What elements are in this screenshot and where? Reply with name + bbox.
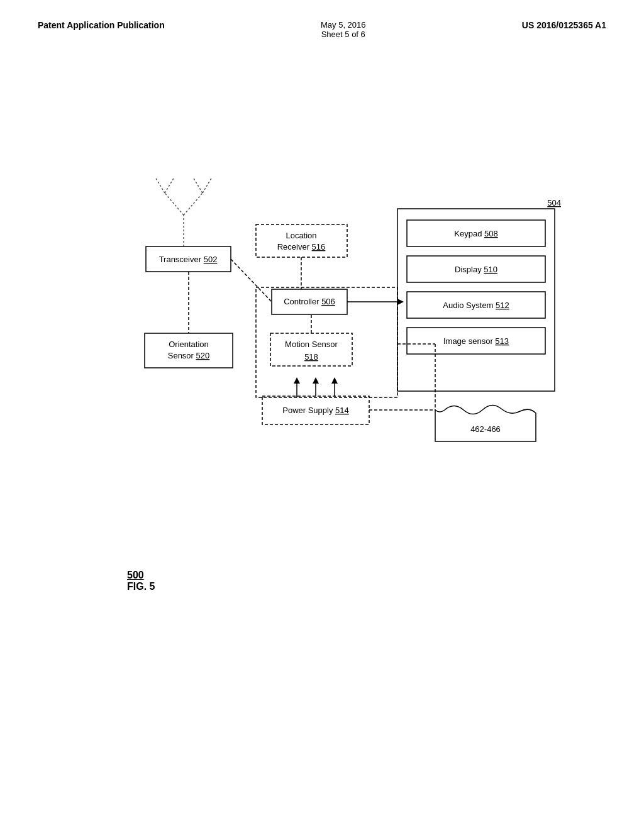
svg-line-3 xyxy=(155,177,165,193)
svg-line-33 xyxy=(231,259,272,302)
svg-rect-11 xyxy=(256,224,347,257)
svg-text:Orientation: Orientation xyxy=(169,340,209,349)
svg-text:Audio System  512: Audio System 512 xyxy=(443,301,509,310)
svg-marker-42 xyxy=(294,377,300,384)
svg-line-1 xyxy=(165,193,184,215)
svg-marker-46 xyxy=(331,377,338,384)
svg-text:Image sensor  513: Image sensor 513 xyxy=(443,336,509,346)
svg-line-2 xyxy=(184,193,203,215)
svg-text:Sensor  520: Sensor 520 xyxy=(168,351,210,360)
patent-header: Patent Application Publication May 5, 20… xyxy=(0,0,644,39)
svg-line-5 xyxy=(193,177,203,193)
svg-text:Keypad  508: Keypad 508 xyxy=(454,229,497,238)
header-left: Patent Application Publication xyxy=(38,20,165,39)
svg-text:504: 504 xyxy=(547,198,561,208)
header-date: May 5, 2016 xyxy=(321,20,366,30)
header-sheet: Sheet 5 of 6 xyxy=(321,30,365,39)
figure-label: 500 FIG. 5 xyxy=(127,570,155,592)
svg-text:518: 518 xyxy=(304,352,318,362)
svg-text:Motion Sensor: Motion Sensor xyxy=(285,340,338,349)
diagram-area: Transceiver 502 Controller 506 Location … xyxy=(127,165,618,542)
svg-line-4 xyxy=(165,177,174,193)
diagram-svg: Transceiver 502 Controller 506 Location … xyxy=(127,165,618,542)
svg-line-6 xyxy=(203,177,212,193)
header-right: US 2016/0125365 A1 xyxy=(522,20,606,39)
svg-text:462-466: 462-466 xyxy=(470,424,501,434)
svg-text:Display  510: Display 510 xyxy=(455,265,497,274)
figure-number: 500 xyxy=(127,570,155,581)
svg-text:Transceiver  502: Transceiver 502 xyxy=(159,255,218,264)
svg-text:Location: Location xyxy=(286,231,316,240)
figure-name: FIG. 5 xyxy=(127,581,155,592)
svg-marker-44 xyxy=(313,377,319,384)
header-center: May 5, 2016 Sheet 5 of 6 xyxy=(321,20,366,39)
svg-text:Power Supply  514: Power Supply 514 xyxy=(282,406,349,415)
svg-text:Controller  506: Controller 506 xyxy=(284,297,335,306)
svg-text:Receiver  516: Receiver 516 xyxy=(277,242,326,252)
